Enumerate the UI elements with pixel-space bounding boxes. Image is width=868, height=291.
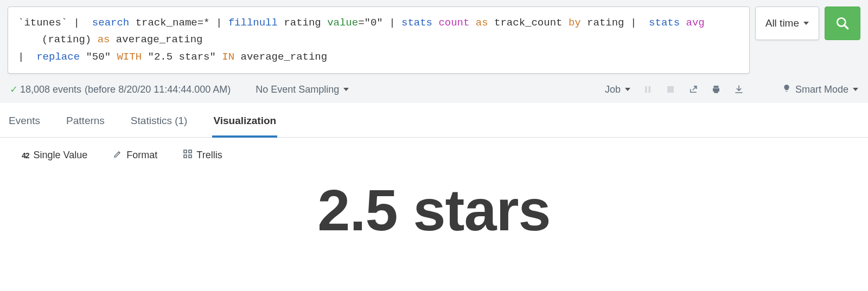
trellis-icon [183,150,192,161]
time-range-label: All time [765,17,799,29]
svg-rect-3 [648,86,650,93]
viz-type-picker[interactable]: 42 Single Value [22,150,87,161]
search-button[interactable] [825,7,860,40]
tab-statistics[interactable]: Statistics (1) [130,111,189,137]
search-query-box[interactable]: `itunes` | search track_name=* | fillnul… [8,7,750,74]
paintbrush-icon [113,150,122,161]
search-query-text: `itunes` | search track_name=* | fillnul… [18,15,739,66]
svg-rect-7 [184,155,187,158]
event-timerange: (before 8/20/20 11:44:44.000 AM) [85,84,231,95]
tab-events[interactable]: Events [8,111,41,137]
results-tabs: Events Patterns Statistics (1) Visualiza… [0,103,868,138]
svg-rect-8 [189,155,192,158]
search-icon [835,16,850,30]
time-range-picker[interactable]: All time [755,7,819,40]
job-dropdown[interactable]: Job [605,84,630,95]
stop-button [665,84,676,95]
viz-format-button[interactable]: Format [113,150,157,161]
svg-rect-2 [645,86,647,93]
chevron-down-icon [343,88,349,91]
event-count[interactable]: 18,008 events [20,84,81,95]
single-value-icon: 42 [22,151,29,160]
tab-patterns[interactable]: Patterns [65,111,106,137]
tab-visualization[interactable]: Visualization [212,111,277,138]
print-button[interactable] [711,84,722,95]
svg-rect-6 [189,150,192,153]
svg-rect-4 [667,86,674,93]
viz-trellis-button[interactable]: Trellis [183,150,222,161]
single-value-result: 2.5 stars [317,176,550,244]
lightbulb-icon [782,84,791,95]
chevron-down-icon [803,22,809,25]
chevron-down-icon [853,88,858,91]
event-sampling-dropdown[interactable]: No Event Sampling [256,84,349,95]
pause-button [642,84,653,95]
svg-rect-5 [184,150,187,153]
export-button[interactable] [733,84,744,95]
share-button[interactable] [688,84,699,95]
status-bar: ✓ 18,008 events (before 8/20/20 11:44:44… [8,74,860,103]
chevron-down-icon [625,88,630,91]
viz-toolbar: 42 Single Value Format Trellis [0,138,868,166]
search-mode-dropdown[interactable]: Smart Mode [782,84,858,95]
visualization-panel: 2.5 stars [0,166,868,266]
check-icon: ✓ [10,83,18,95]
svg-line-1 [844,25,848,29]
